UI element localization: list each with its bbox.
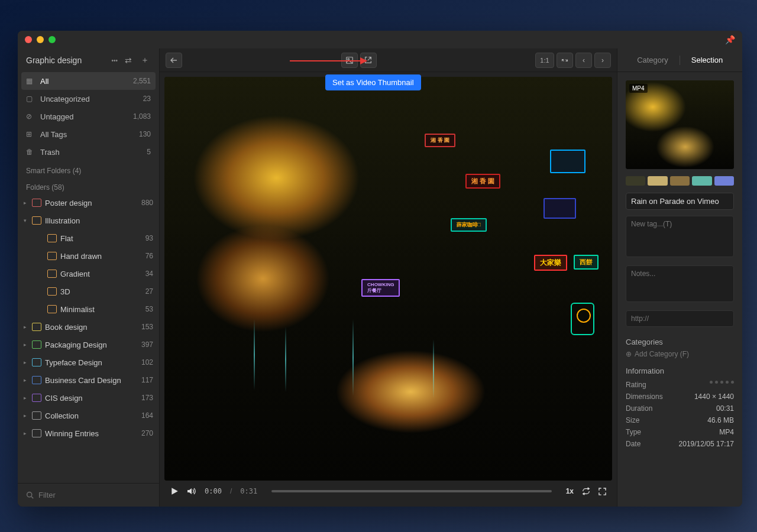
inspector: Category Selection MP4 Categories ⊕ Add …: [617, 48, 742, 507]
rating-stars[interactable]: [710, 381, 734, 389]
caret-icon[interactable]: ▸: [21, 395, 28, 401]
folder-minimalist[interactable]: Minimalist53: [18, 300, 159, 318]
tags-input[interactable]: [626, 216, 734, 257]
plus-circle-icon: ⊕: [626, 350, 632, 358]
filter-input[interactable]: [38, 491, 151, 499]
folder-icon: [32, 394, 41, 402]
grid-icon: ▦: [26, 77, 35, 85]
box-icon: ▢: [26, 95, 35, 103]
notes-input[interactable]: [626, 265, 734, 302]
categories-label: Categories: [626, 338, 734, 346]
caret-icon[interactable]: ▸: [21, 342, 28, 348]
folder-icon: [32, 199, 41, 207]
caret-icon[interactable]: ▸: [21, 430, 28, 436]
speed-button[interactable]: 1x: [566, 487, 574, 495]
library-menu-icon[interactable]: •••: [111, 57, 118, 64]
sidebar-item-all[interactable]: ▦All2,551: [21, 72, 156, 90]
folder-flat[interactable]: Flat93: [18, 229, 159, 247]
add-category-button[interactable]: ⊕ Add Category (F): [626, 350, 734, 358]
folder-icon: [47, 270, 57, 278]
folder-typeface-design[interactable]: ▸Typeface Design102: [18, 353, 159, 371]
folder-gradient[interactable]: Gradient34: [18, 265, 159, 283]
color-swatch[interactable]: [626, 176, 645, 186]
url-input[interactable]: [626, 310, 734, 327]
color-swatch[interactable]: [692, 176, 711, 186]
folder-poster-design[interactable]: ▸Poster design880: [18, 194, 159, 212]
swap-icon[interactable]: ⇄: [122, 56, 134, 65]
loop-button[interactable]: [582, 487, 590, 495]
next-item-button[interactable]: ›: [594, 53, 611, 68]
annotation-arrow: [290, 60, 367, 61]
folder-icon: [32, 358, 41, 366]
folder-icon: [32, 429, 41, 437]
volume-button[interactable]: [187, 487, 196, 495]
video-frame[interactable]: 湘 香 園 湘 香 園 薛家咖啡□ 大家樂 西餅 CHOWKING斤餐厅: [164, 77, 612, 481]
folder-icon: [47, 252, 57, 260]
color-swatch[interactable]: [670, 176, 690, 186]
color-swatch[interactable]: [648, 176, 667, 186]
fit-screen-button[interactable]: [557, 53, 573, 68]
folder-book-design[interactable]: ▸Book design153: [18, 318, 159, 336]
folder-hand-drawn[interactable]: Hand drawn76: [18, 247, 159, 265]
folder-icon: [32, 216, 41, 225]
close-window-button[interactable]: [25, 36, 32, 43]
tooltip: Set as Video Thumbnail: [325, 74, 421, 90]
folder-business-card-design[interactable]: ▸Business Card Design117: [18, 371, 159, 389]
library-title[interactable]: Graphic design: [26, 56, 109, 65]
sidebar-item-untagged[interactable]: ⊘Untagged1,083: [18, 108, 159, 125]
information-label: Information: [626, 366, 734, 375]
folder-collection[interactable]: ▸Collection164: [18, 407, 159, 424]
smart-folders-header[interactable]: Smart Folders (4): [18, 161, 159, 177]
folder-icon: [32, 323, 41, 331]
tag-x-icon: ⊘: [26, 112, 35, 121]
bookmark-icon: ⊞: [26, 130, 35, 138]
add-library-button[interactable]: ＋: [139, 55, 151, 66]
sidebar-item-all-tags[interactable]: ⊞All Tags130: [18, 125, 159, 143]
folder-winning-entries[interactable]: ▸Winning Entries270: [18, 424, 159, 442]
folder-cis-design[interactable]: ▸CIS design173: [18, 389, 159, 407]
main-panel: 1:1 ‹ › Set as Video Thumbnail 湘 香 園 湘 香…: [160, 48, 617, 507]
prev-item-button[interactable]: ‹: [575, 53, 592, 68]
fullscreen-button[interactable]: [599, 488, 606, 495]
back-button[interactable]: [166, 53, 182, 68]
caret-icon[interactable]: ▸: [21, 324, 28, 330]
sidebar-list: ▦All2,551▢Uncategorized23⊘Untagged1,083⊞…: [18, 72, 159, 483]
color-swatches: [626, 176, 734, 186]
color-swatch[interactable]: [714, 176, 734, 186]
caret-icon[interactable]: ▸: [21, 377, 28, 383]
play-button[interactable]: [170, 487, 179, 495]
maximize-window-button[interactable]: [48, 36, 56, 43]
caret-icon[interactable]: ▸: [21, 200, 28, 206]
svg-point-3: [347, 58, 349, 60]
thumbnail-preview[interactable]: MP4: [626, 80, 734, 169]
minimize-window-button[interactable]: [37, 36, 44, 43]
folder-illustration[interactable]: ▾Illustration: [18, 212, 159, 229]
folder-3d[interactable]: 3D27: [18, 283, 159, 300]
caret-icon[interactable]: ▸: [21, 413, 28, 419]
tab-category[interactable]: Category: [626, 56, 680, 64]
zoom-ratio-button[interactable]: 1:1: [535, 53, 554, 68]
sidebar: Graphic design ••• ⇄ ＋ ▦All2,551▢Uncateg…: [18, 48, 160, 507]
caret-icon[interactable]: ▾: [21, 218, 28, 223]
sidebar-item-trash[interactable]: 🗑Trash5: [18, 143, 159, 161]
pin-icon[interactable]: 📌: [725, 35, 735, 44]
info-date: Date2019/12/05 17:17: [626, 438, 734, 450]
folders-header[interactable]: Folders (58): [18, 177, 159, 194]
tab-selection[interactable]: Selection: [680, 56, 734, 64]
app-window: 📌 Graphic design ••• ⇄ ＋ ▦All2,551▢Uncat…: [18, 31, 742, 507]
svg-line-1: [31, 497, 33, 498]
seek-bar[interactable]: [271, 490, 551, 492]
folder-packaging-design[interactable]: ▸Packaging Design397: [18, 336, 159, 353]
item-name-input[interactable]: [626, 193, 734, 210]
video-controls: 0:00 / 0:31 1x: [164, 481, 612, 502]
sidebar-item-uncategorized[interactable]: ▢Uncategorized23: [18, 90, 159, 108]
info-size: Size46.6 MB: [626, 414, 734, 426]
sidebar-header: Graphic design ••• ⇄ ＋: [18, 48, 159, 72]
svg-point-0: [27, 492, 32, 497]
sidebar-filter: [18, 483, 159, 507]
info-type: TypeMP4: [626, 426, 734, 438]
caret-icon[interactable]: ▸: [21, 359, 28, 365]
info-dimensions: Dimensions1440 × 1440: [626, 391, 734, 403]
viewer-toolbar: 1:1 ‹ › Set as Video Thumbnail: [160, 48, 617, 72]
folder-icon: [47, 305, 57, 313]
